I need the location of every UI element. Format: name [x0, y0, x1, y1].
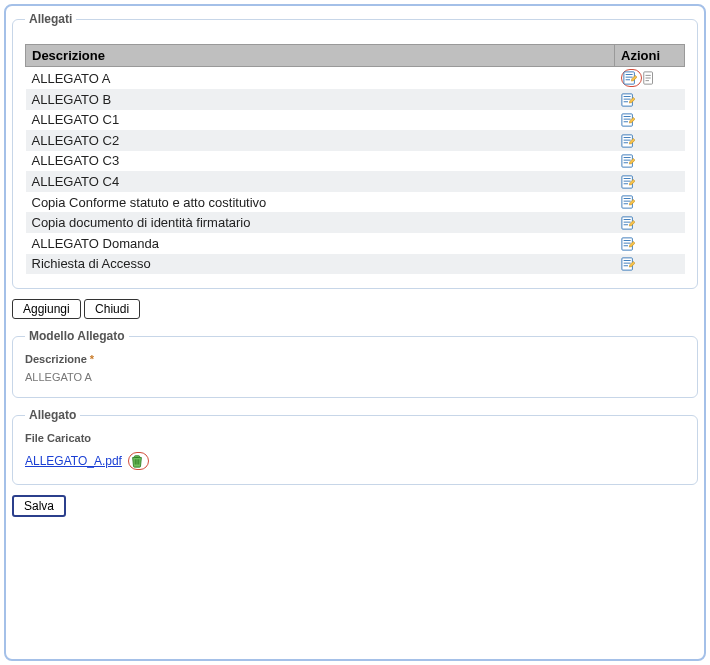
edit-icon[interactable] [621, 236, 635, 252]
edit-icon[interactable] [621, 256, 635, 272]
model-panel: Modello Allegato Descrizione * ALLEGATO … [12, 329, 698, 398]
table-row: ALLEGATO Domanda [26, 233, 685, 254]
save-button[interactable]: Salva [12, 495, 66, 517]
table-row: ALLEGATO C1 [26, 110, 685, 131]
edit-icon[interactable] [621, 133, 635, 149]
edit-icon[interactable] [621, 92, 635, 108]
required-mark: * [90, 353, 94, 365]
cell-desc: Richiesta di Accesso [26, 254, 615, 275]
cell-actions [615, 212, 685, 233]
cell-desc: ALLEGATO A [26, 67, 615, 90]
add-button[interactable]: Aggiungi [12, 299, 81, 319]
edit-icon[interactable] [621, 194, 635, 210]
col-header-desc: Descrizione [26, 45, 615, 67]
edit-ring [621, 69, 642, 87]
file-label: File Caricato [25, 432, 685, 444]
cell-desc: ALLEGATO C4 [26, 171, 615, 192]
cell-desc: ALLEGATO C1 [26, 110, 615, 131]
desc-value: ALLEGATO A [25, 371, 685, 383]
cell-desc: ALLEGATO Domanda [26, 233, 615, 254]
cell-actions [615, 151, 685, 172]
table-row: ALLEGATO C3 [26, 151, 685, 172]
cell-actions [615, 171, 685, 192]
upload-title: Allegato [25, 408, 80, 422]
attachments-title: Allegati [25, 12, 76, 26]
delete-file-icon[interactable] [130, 453, 144, 469]
document-icon[interactable] [642, 70, 656, 86]
desc-label-row: Descrizione * [25, 353, 685, 365]
edit-icon[interactable] [621, 153, 635, 169]
cell-actions [615, 89, 685, 110]
table-row: ALLEGATO A [26, 67, 685, 90]
edit-icon[interactable] [621, 215, 635, 231]
col-header-actions: Azioni [615, 45, 685, 67]
edit-icon[interactable] [621, 112, 635, 128]
table-row: ALLEGATO B [26, 89, 685, 110]
cell-actions [615, 254, 685, 275]
cell-desc: ALLEGATO B [26, 89, 615, 110]
delete-ring [128, 452, 149, 470]
model-title: Modello Allegato [25, 329, 129, 343]
cell-desc: ALLEGATO C3 [26, 151, 615, 172]
cell-desc: ALLEGATO C2 [26, 130, 615, 151]
table-row: Richiesta di Accesso [26, 254, 685, 275]
cell-actions [615, 130, 685, 151]
attachments-panel: Allegati Descrizione Azioni ALLEGATO AAL… [12, 12, 698, 289]
table-row: Copia documento di identità firmatario [26, 212, 685, 233]
upload-panel: Allegato File Caricato ALLEGATO_A.pdf [12, 408, 698, 485]
cell-actions [615, 233, 685, 254]
table-row: Copia Conforme statuto e atto costitutiv… [26, 192, 685, 213]
main-container: Allegati Descrizione Azioni ALLEGATO AAL… [4, 4, 706, 661]
cell-actions [615, 67, 685, 90]
file-row: ALLEGATO_A.pdf [25, 452, 685, 470]
desc-label: Descrizione [25, 353, 87, 365]
edit-icon[interactable] [623, 70, 637, 86]
uploaded-file-link[interactable]: ALLEGATO_A.pdf [25, 454, 122, 468]
cell-actions [615, 192, 685, 213]
button-bar: Aggiungi Chiudi [12, 299, 698, 319]
close-button[interactable]: Chiudi [84, 299, 140, 319]
cell-desc: Copia documento di identità firmatario [26, 212, 615, 233]
cell-desc: Copia Conforme statuto e atto costitutiv… [26, 192, 615, 213]
attachments-table: Descrizione Azioni ALLEGATO AALLEGATO BA… [25, 44, 685, 274]
cell-actions [615, 110, 685, 131]
save-bar: Salva [12, 495, 698, 517]
edit-icon[interactable] [621, 174, 635, 190]
table-row: ALLEGATO C2 [26, 130, 685, 151]
table-row: ALLEGATO C4 [26, 171, 685, 192]
